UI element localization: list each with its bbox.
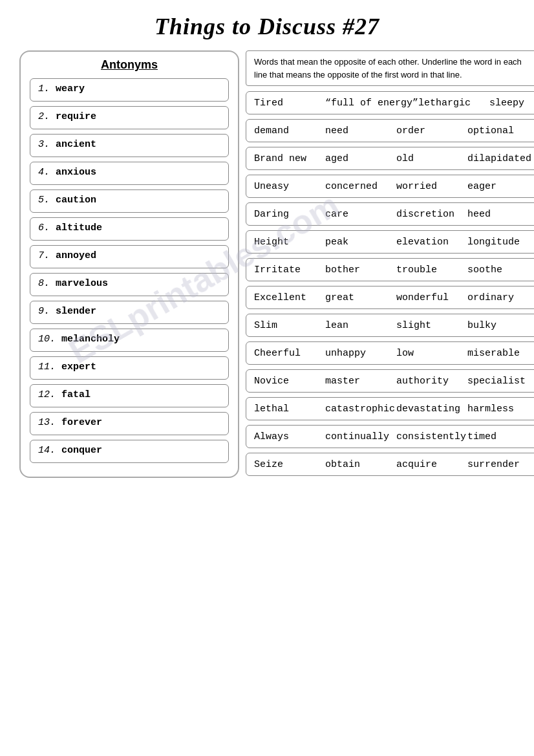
answer-row: Daring care discretion heed (246, 202, 534, 226)
main-container: Antonyms 1. weary2. require3. ancient4. … (19, 50, 515, 481)
word-text: forever (61, 417, 102, 428)
answer-word-4: eager (467, 181, 497, 192)
answer-row: Excellent great wonderful ordinary (246, 286, 534, 309)
word-text: anxious (56, 167, 96, 178)
answer-word-1: Uneasy (254, 181, 325, 192)
answer-word-3: worried (396, 181, 467, 192)
word-item: 11. expert (30, 356, 229, 380)
antonyms-heading: Antonyms (30, 58, 229, 72)
word-number: 9. (38, 306, 50, 317)
answer-word-3: devastating (396, 404, 467, 415)
word-item: 3. ancient (30, 134, 229, 157)
word-item: 10. melancholy (30, 329, 229, 352)
answer-word-2: lean (325, 320, 396, 331)
instructions-text: Words that mean the opposite of each oth… (254, 57, 522, 80)
word-number: 2. (38, 111, 50, 122)
answer-row: Brand new aged old dilapidated (246, 147, 534, 170)
word-number: 3. (38, 139, 50, 150)
word-number: 13. (38, 417, 56, 428)
answer-row: Irritate bother trouble soothe (246, 258, 534, 281)
answer-row: Novice master authority specialist (246, 369, 534, 393)
instructions-box: Words that mean the opposite of each oth… (246, 50, 534, 86)
word-item: 12. fatal (30, 384, 229, 407)
answer-word-3: elevation (396, 237, 467, 248)
answer-word-1: lethal (254, 404, 325, 415)
word-item: 8. marvelous (30, 273, 229, 296)
word-text: marvelous (56, 278, 108, 289)
answer-word-1: Height (254, 237, 325, 248)
answer-row: Slim lean slight bulky (246, 314, 534, 337)
answer-word-1: Daring (254, 209, 325, 220)
answer-word-4: optional (467, 125, 514, 136)
word-text: conquer (61, 445, 102, 456)
answer-word-2: need (325, 125, 396, 136)
answer-word-1: Slim (254, 320, 325, 331)
answer-word-1: Novice (254, 376, 325, 387)
word-number: 7. (38, 250, 50, 261)
answer-word-2: unhappy (325, 348, 396, 359)
word-text: altitude (56, 222, 102, 233)
word-item: 5. caution (30, 189, 229, 213)
answer-word-3: discretion (396, 209, 467, 220)
word-number: 8. (38, 278, 50, 289)
word-item: 4. anxious (30, 162, 229, 185)
word-item: 13. forever (30, 412, 229, 435)
word-item: 9. slender (30, 301, 229, 324)
answer-word-2: bother (325, 265, 396, 275)
word-item: 7. annoyed (30, 245, 229, 268)
answer-word-1: Seize (254, 459, 325, 470)
answer-rows: Tired “full of energy” lethargic sleepy … (246, 91, 534, 481)
answer-word-1: Irritate (254, 265, 325, 275)
word-text: melancholy (61, 334, 120, 345)
answer-word-4: surrender (467, 459, 520, 470)
answer-word-3: old (396, 153, 467, 164)
answer-row: Cheerful unhappy low miserable (246, 341, 534, 365)
word-text: expert (61, 362, 96, 373)
answer-word-4: heed (467, 209, 491, 220)
answer-word-4: timed (467, 431, 497, 442)
word-number: 4. (38, 167, 50, 178)
answer-word-1: Brand new (254, 153, 325, 164)
word-number: 14. (38, 445, 56, 456)
word-item: 6. altitude (30, 217, 229, 241)
right-column: Words that mean the opposite of each oth… (246, 50, 534, 481)
answer-word-4: longitude (467, 237, 520, 248)
answer-row: Uneasy concerned worried eager (246, 175, 534, 198)
word-text: caution (56, 195, 96, 206)
answer-word-3: acquire (396, 459, 467, 470)
answer-word-3: low (396, 348, 467, 359)
answer-row: Always continually consistently timed (246, 425, 534, 448)
answer-word-1: Excellent (254, 292, 325, 303)
answer-word-3: consistently (396, 431, 467, 442)
answer-word-3: authority (396, 376, 467, 387)
answer-word-1: Tired (254, 98, 325, 109)
answer-word-4: harmless (467, 404, 514, 415)
answer-word-2: care (325, 209, 396, 220)
answer-word-2: continually (325, 431, 396, 442)
word-number: 5. (38, 195, 50, 206)
answer-word-4: soothe (467, 265, 502, 275)
answer-word-2: aged (325, 153, 396, 164)
answer-word-3: slight (396, 320, 467, 331)
word-number: 11. (38, 362, 56, 373)
answer-word-2: peak (325, 237, 396, 248)
word-number: 12. (38, 389, 56, 400)
answer-word-4: sleepy (489, 98, 524, 109)
word-list: 1. weary2. require3. ancient4. anxious5.… (30, 78, 229, 463)
answer-word-3: wonderful (396, 292, 467, 303)
answer-word-3: trouble (396, 265, 467, 275)
answer-word-4: dilapidated (467, 153, 531, 164)
word-number: 1. (38, 83, 50, 94)
word-item: 14. conquer (30, 440, 229, 463)
answer-word-3: lethargic (418, 98, 489, 109)
answer-word-2: master (325, 376, 396, 387)
word-item: 1. weary (30, 78, 229, 102)
word-text: fatal (61, 389, 91, 400)
answer-row: Tired “full of energy” lethargic sleepy (246, 91, 534, 114)
word-text: ancient (56, 139, 96, 150)
answer-row: Height peak elevation longitude (246, 230, 534, 254)
word-item: 2. require (30, 106, 229, 129)
word-text: slender (56, 306, 96, 317)
answer-word-1: Always (254, 431, 325, 442)
word-text: annoyed (56, 250, 96, 261)
